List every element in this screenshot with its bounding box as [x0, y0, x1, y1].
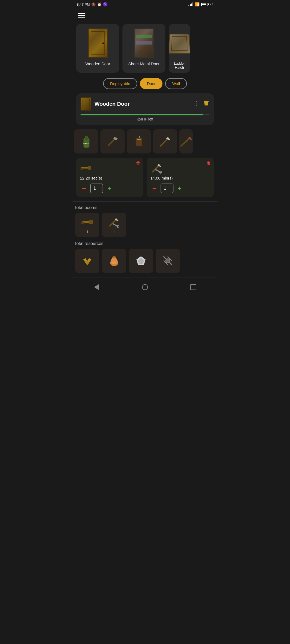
raid-option-1-plus-button[interactable]: + [105, 184, 113, 192]
sheet-metal-door-label: Sheet Metal Door [128, 61, 160, 66]
total-shotgun-icon [81, 216, 94, 229]
total-booms-section: total booms 1 1 [73, 205, 218, 237]
raid-option-2-qty-input[interactable] [161, 184, 173, 193]
hamburger-menu[interactable] [73, 8, 218, 24]
status-right: 📶 77 [189, 2, 213, 6]
total-boom-item-1: 1 [75, 213, 99, 237]
svg-rect-18 [81, 222, 84, 224]
wooden-door-visual [88, 28, 108, 58]
resource-lowgrade [102, 249, 126, 273]
raid-option-2-icon [150, 162, 210, 174]
wifi-icon: 📶 [195, 2, 200, 6]
item-card-sheet-metal-door[interactable]: Sheet Metal Door [122, 24, 165, 73]
metal-frags-icon [134, 254, 148, 268]
raid-option-1-delete[interactable]: 🗑 [136, 160, 141, 166]
tool-slot-hatchet[interactable] [100, 129, 125, 153]
home-circle-icon [142, 284, 148, 290]
svg-rect-7 [137, 139, 141, 140]
svg-rect-1 [85, 136, 88, 140]
svg-rect-12 [81, 168, 83, 170]
tool-slot-knife[interactable] [153, 129, 177, 153]
hp-bar [81, 114, 209, 115]
total-boom-2-count: 1 [113, 230, 115, 234]
raid-option-2-qty-control: − + [150, 184, 210, 193]
saw-icon [179, 135, 193, 148]
time-display: 8:47 PM [77, 2, 90, 6]
hp-label: -24HP left [81, 117, 209, 121]
grenade-icon: FRAG [80, 134, 92, 149]
battery-icon [201, 3, 208, 6]
hp-bar-fill [81, 114, 203, 115]
tools-row: FRAG [73, 129, 218, 153]
hamburger-line-2 [78, 15, 85, 16]
sheet-metal-door-visual [134, 28, 154, 58]
raid-option-1-minus-button[interactable]: − [80, 184, 88, 192]
raid-option-1-qty-control: − + [80, 184, 140, 193]
bottom-navigation [73, 277, 218, 297]
tool-slot-saw[interactable] [179, 129, 193, 153]
svg-rect-17 [89, 220, 93, 224]
item-cards-row: Wooden Door Sheet Metal Door Ladder Hatc… [73, 24, 218, 73]
total-boom-item-2: 1 [102, 213, 126, 237]
svg-rect-2 [83, 140, 90, 141]
item-card-ladder-hatch[interactable]: Ladder Hatch [169, 24, 190, 73]
knife-icon [158, 135, 172, 148]
resource-metal-frags [129, 249, 153, 273]
hp-bar-container: -24HP left [81, 114, 209, 121]
wooden-door-image [82, 27, 114, 59]
selected-item-name: Wooden Door [95, 101, 190, 107]
raid-option-2-delete[interactable]: 🗑 [206, 160, 211, 166]
raid-option-2-time: 14.00 min(s) [150, 176, 210, 180]
explosive-can-icon [132, 135, 145, 148]
svg-point-30 [166, 259, 170, 263]
total-resources-label: total resources [75, 241, 215, 246]
svg-rect-11 [88, 166, 91, 170]
nav-back-button[interactable] [91, 282, 102, 292]
signal-bars [189, 2, 193, 6]
tool-slot-explosive-can[interactable] [127, 129, 151, 153]
raid-option-2: 🗑 14.00 min(s) − + [147, 158, 214, 197]
nav-home-button[interactable] [140, 282, 150, 292]
tab-door[interactable]: Door [140, 78, 163, 89]
filter-tabs: Deployable Door Wall [73, 78, 218, 89]
total-resources-section: total resources [73, 241, 218, 273]
item-card-wooden-door[interactable]: Wooden Door [76, 24, 119, 73]
selected-item-more-button[interactable]: ⋮ [193, 100, 200, 107]
selected-item-header: Wooden Door ⋮ [81, 97, 209, 111]
status-left: 8:47 PM 🔕 ⏰ V [77, 2, 107, 6]
sheet-metal-door-image [128, 27, 160, 59]
ladder-hatch-label: Ladder Hatch [172, 61, 187, 69]
raid-option-1: 🗑 22.20 sec(s) − + [76, 158, 143, 197]
back-arrow-icon [94, 284, 99, 290]
nav-recent-button[interactable] [188, 282, 199, 292]
hatchet-icon [106, 135, 119, 148]
tool-slot-grenade[interactable]: FRAG [74, 129, 98, 153]
resources-items-row [75, 249, 215, 273]
total-knife-wrench-icon [108, 216, 121, 229]
wooden-door-label: Wooden Door [85, 61, 110, 66]
raid-option-1-qty-input[interactable] [90, 184, 103, 193]
resource-cloth [75, 249, 99, 273]
selected-item-icon [81, 97, 91, 111]
tab-deployable[interactable]: Deployable [103, 78, 137, 89]
ladder-hatch-image [169, 27, 190, 59]
svg-text:FRAG: FRAG [83, 142, 89, 145]
tab-wall[interactable]: Wall [165, 78, 187, 89]
cloth-icon [81, 254, 94, 268]
raid-option-2-minus-button[interactable]: − [150, 184, 158, 192]
svg-point-23 [112, 256, 116, 258]
svg-point-24 [112, 262, 116, 265]
selected-item-panel: Wooden Door ⋮ -24HP left [76, 93, 214, 125]
alarm-icon: ⏰ [97, 2, 102, 6]
selected-item-delete-button[interactable] [203, 100, 209, 108]
knife-wrench-icon [150, 162, 162, 174]
scrap-icon [161, 254, 175, 268]
raid-option-1-time: 22.20 sec(s) [80, 176, 140, 180]
recent-square-icon [190, 284, 196, 290]
raid-option-1-icon [80, 162, 140, 174]
resource-scrap [156, 249, 180, 273]
status-bar: 8:47 PM 🔕 ⏰ V 📶 77 [73, 0, 218, 8]
section-divider [73, 201, 218, 202]
battery-percent: 77 [210, 2, 213, 6]
raid-option-2-plus-button[interactable]: + [176, 184, 184, 192]
